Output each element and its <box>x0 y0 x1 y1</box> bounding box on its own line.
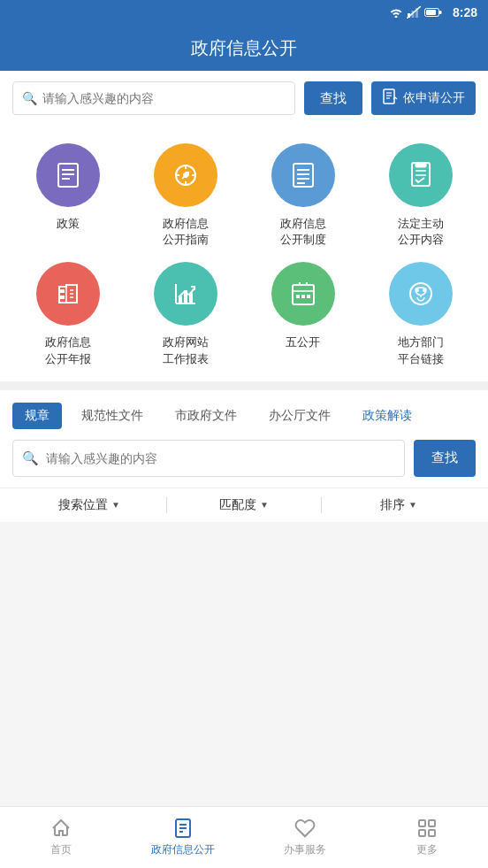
filter-sort[interactable]: 排序 ▼ <box>322 497 476 513</box>
icon-circle-policy <box>36 143 100 207</box>
tab-search-row: 🔍 查找 <box>12 440 476 488</box>
filter-match-label: 匹配度 <box>219 497 256 513</box>
nav-label-gov-info: 政府信息公开 <box>151 842 215 857</box>
nav-item-services[interactable]: 办事服务 <box>244 807 366 868</box>
signal-icon <box>407 6 421 19</box>
search-input-wrapper[interactable]: 🔍 <box>12 81 295 115</box>
svg-rect-58 <box>419 830 425 836</box>
bottom-nav: 首页 政府信息公开 办事服务 更多 <box>0 806 488 868</box>
tab-search-icon: 🔍 <box>22 450 39 466</box>
svg-rect-35 <box>60 289 65 293</box>
search-icon: 🔍 <box>22 91 37 105</box>
status-icons <box>389 6 442 19</box>
tab-bar: 规章 规范性文件 市政府文件 办公厅文件 政策解读 <box>12 403 476 429</box>
icon-item-annual[interactable]: 政府信息公开年报 <box>9 262 126 366</box>
icon-item-platform[interactable]: 地方部门平台链接 <box>362 262 479 366</box>
chevron-down-icon-sort: ▼ <box>408 500 417 510</box>
icon-item-guide[interactable]: 政府信息公开指南 <box>126 143 244 248</box>
status-bar: 8:28 <box>0 0 488 25</box>
search-input[interactable] <box>42 91 286 105</box>
status-time: 8:28 <box>453 5 477 19</box>
icon-item-system[interactable]: 政府信息公开制度 <box>244 143 362 248</box>
filter-location-label: 搜索位置 <box>58 497 108 513</box>
icon-label-platform: 地方部门平台链接 <box>398 334 444 366</box>
svg-rect-56 <box>419 820 425 826</box>
document-text-icon <box>172 818 194 839</box>
app-header: 政府信息公开 <box>0 25 488 71</box>
tab-section: 规章 规范性文件 市政府文件 办公厅文件 政策解读 🔍 查找 <box>0 390 488 488</box>
svg-point-51 <box>423 288 426 292</box>
nav-label-home: 首页 <box>50 842 72 857</box>
svg-rect-31 <box>416 163 426 167</box>
icon-item-policy[interactable]: 政策 <box>9 143 126 248</box>
svg-rect-5 <box>426 10 436 15</box>
main-content: 🔍 查找 依申请公开 <box>0 71 488 806</box>
battery-icon <box>424 7 442 18</box>
tab-normative[interactable]: 规范性文件 <box>69 403 156 429</box>
icon-circle-guide <box>154 143 217 207</box>
icon-label-system: 政府信息公开制度 <box>280 216 326 248</box>
icon-item-five[interactable]: 五公开 <box>244 262 362 366</box>
page-title: 政府信息公开 <box>191 36 297 60</box>
svg-rect-46 <box>296 295 300 298</box>
nav-item-home[interactable]: 首页 <box>0 807 122 868</box>
filter-location[interactable]: 搜索位置 ▼ <box>12 497 166 513</box>
svg-rect-36 <box>60 296 65 299</box>
section-separator <box>0 381 488 390</box>
apply-icon <box>382 88 398 108</box>
svg-rect-7 <box>384 89 394 104</box>
apply-button[interactable]: 依申请公开 <box>371 81 476 115</box>
tab-search-button[interactable]: 查找 <box>414 440 476 477</box>
icon-circle-report <box>154 262 217 326</box>
icon-label-report: 政府网站工作报表 <box>163 334 209 366</box>
icon-label-five: 五公开 <box>286 334 320 350</box>
home-icon <box>50 818 72 839</box>
nav-label-services: 办事服务 <box>284 842 326 857</box>
chevron-down-icon-match: ▼ <box>260 500 269 510</box>
icon-label-guide: 政府信息公开指南 <box>163 216 209 248</box>
icon-grid: 政策 政府信息公开指南 <box>0 126 488 381</box>
apply-label: 依申请公开 <box>403 90 465 106</box>
top-search-bar: 🔍 查找 依申请公开 <box>0 71 488 126</box>
chevron-down-icon-location: ▼ <box>111 500 120 510</box>
icon-circle-system <box>271 143 335 207</box>
nav-label-more: 更多 <box>416 842 438 857</box>
nav-item-more[interactable]: 更多 <box>366 807 488 868</box>
wifi-icon <box>389 7 403 18</box>
icon-label-legal: 法定主动公开内容 <box>398 216 444 248</box>
tab-search-input-wrapper[interactable]: 🔍 <box>12 440 405 477</box>
tab-regulation[interactable]: 规章 <box>12 403 62 429</box>
tab-office[interactable]: 办公厅文件 <box>256 403 343 429</box>
icon-circle-legal <box>389 143 453 207</box>
svg-rect-57 <box>429 820 435 826</box>
svg-rect-47 <box>301 295 305 298</box>
icon-label-annual: 政府信息公开年报 <box>45 334 91 366</box>
svg-rect-59 <box>429 830 435 836</box>
filter-sort-label: 排序 <box>380 497 405 513</box>
heart-icon <box>294 818 316 839</box>
svg-rect-6 <box>439 11 442 14</box>
icon-circle-five <box>271 262 335 326</box>
icon-circle-annual <box>36 262 100 326</box>
icon-label-policy: 政策 <box>57 216 80 232</box>
tab-search-input[interactable] <box>46 451 395 465</box>
tab-municipal[interactable]: 市政府文件 <box>163 403 249 429</box>
svg-point-50 <box>416 288 419 292</box>
search-button[interactable]: 查找 <box>304 81 362 115</box>
tab-interpret[interactable]: 政策解读 <box>350 403 424 429</box>
svg-rect-48 <box>307 295 310 298</box>
icon-circle-platform <box>389 262 453 326</box>
icon-item-report[interactable]: 政府网站工作报表 <box>126 262 244 366</box>
nav-item-gov-info[interactable]: 政府信息公开 <box>122 807 244 868</box>
grid-icon <box>416 818 438 839</box>
filter-row: 搜索位置 ▼ 匹配度 ▼ 排序 ▼ <box>0 488 488 522</box>
filter-match[interactable]: 匹配度 ▼ <box>167 497 321 513</box>
icon-item-legal[interactable]: 法定主动公开内容 <box>362 143 479 248</box>
